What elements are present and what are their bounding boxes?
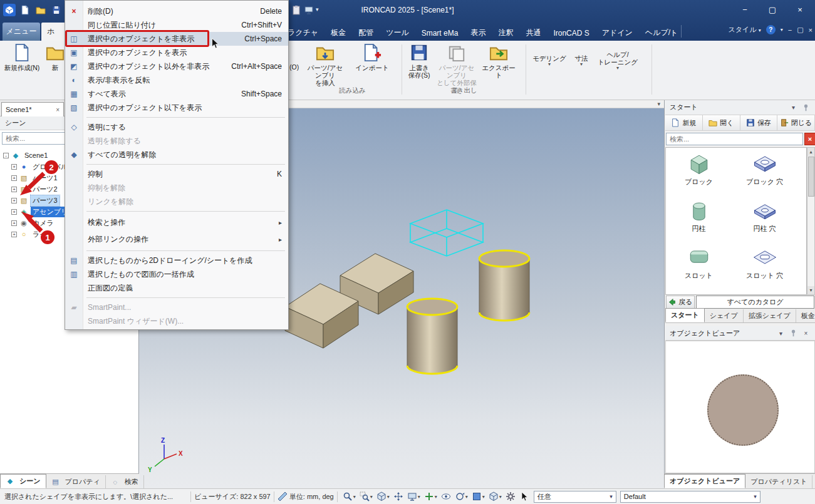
ribbon-tab[interactable]: IronCAD S (547, 25, 595, 41)
catalog-new[interactable]: 新規 (665, 115, 703, 130)
help-icon[interactable]: ? (766, 25, 776, 34)
visibility[interactable] (440, 491, 452, 502)
context-menu-item[interactable]: 削除(D) Delete ▸ (65, 4, 288, 18)
zoom[interactable] (342, 491, 356, 502)
annotation-badges: 2 1 (0, 100, 139, 473)
status-tool-icons (341, 491, 531, 502)
export-button[interactable]: エクスポート (480, 43, 517, 79)
view-cube[interactable] (488, 491, 502, 502)
catalog-tab-sheetmetal[interactable]: 板金 (796, 309, 815, 322)
catalog-tab-advshapes[interactable]: 拡張シェイプ (744, 309, 796, 322)
object-viewer-close-icon[interactable]: × (801, 330, 811, 337)
catalog-item[interactable]: スロット 穴 (732, 242, 797, 289)
view-size-value: 822 x 597 (240, 493, 270, 500)
scroll-down-icon[interactable]: ▾ (807, 286, 814, 294)
tab-scene[interactable]: シーン (0, 474, 46, 488)
dimension-dropdown[interactable]: 寸法▾ (570, 54, 593, 67)
scrollbar-thumb[interactable] (808, 157, 814, 197)
shaded-view[interactable] (471, 491, 485, 502)
settings[interactable] (505, 491, 516, 502)
ribbon-tab[interactable]: 共通 (519, 24, 547, 42)
object-viewer-pin-icon[interactable] (789, 329, 798, 337)
ribbon-collapse-icon[interactable]: ▾ (781, 27, 783, 33)
context-menu-item[interactable]: 選択中のオブジェクトを表示 ▸ (65, 46, 288, 59)
save-icon (410, 43, 428, 62)
open-document-icon (46, 43, 65, 62)
catalog-item[interactable]: 円柱 穴 (732, 195, 797, 242)
tab-properties[interactable]: プロパティ (46, 475, 106, 488)
pointer[interactable] (519, 491, 530, 502)
catalog-caret-icon[interactable]: ▾ (789, 104, 798, 111)
selection-filter-combo[interactable]: 任意 (534, 491, 616, 503)
help-training-dropdown[interactable]: ヘルプ/トレーニング▾ (595, 51, 640, 71)
catalog-panel: スタート ▾ 新規 開く 保存 閉じる × (664, 100, 815, 473)
zoomg-icon (111, 478, 120, 486)
catalog-pin-icon[interactable] (801, 103, 811, 112)
render-style-combo[interactable]: Default (620, 491, 760, 503)
units-value[interactable]: mm, deg (307, 493, 334, 500)
catalog-item[interactable] (666, 289, 732, 295)
insert-part-assembly-button[interactable]: パーツ/アセンブリを挿入 (305, 43, 345, 86)
ribbon-tab[interactable]: ヘルプ/ト (639, 24, 684, 42)
catalog-back-button[interactable]: 戻る (666, 296, 695, 309)
catalog-open[interactable]: 開く (703, 115, 740, 130)
ribbon-tab[interactable]: アドイン (596, 24, 639, 42)
display-mode[interactable] (407, 491, 421, 502)
catalog-header: スタート ▾ (665, 100, 815, 115)
invert-icon (65, 76, 83, 85)
all-catalogs-button[interactable]: すべてのカタログ (696, 296, 814, 309)
context-menu-item[interactable]: すべて表示 Shift+Space ▸ (65, 87, 288, 101)
ribbon-tab[interactable]: 注釈 (492, 24, 519, 42)
catalog-search-input[interactable] (666, 133, 803, 145)
style-menu[interactable]: スタイル ▾ (729, 25, 761, 34)
catalog-item[interactable]: ブロック (666, 148, 732, 195)
object-viewer-caret-icon[interactable]: ▾ (776, 330, 786, 337)
catalog-item[interactable]: 円柱 (666, 195, 732, 242)
doc-minimize-icon[interactable]: − (788, 26, 792, 34)
tab-property-list[interactable]: プロパティリスト (745, 475, 812, 488)
catalog-search-clear-button[interactable]: × (804, 133, 815, 145)
add-view[interactable] (423, 491, 438, 502)
modeling-dropdown[interactable]: モデリング▾ (531, 54, 568, 67)
ribbon-tab[interactable]: ツール (380, 24, 415, 42)
catalog-close[interactable]: 閉じる (777, 115, 815, 130)
doc-close-icon[interactable]: × (809, 26, 812, 34)
hide-others-icon (65, 62, 83, 71)
tab-search[interactable]: 検索 (106, 475, 144, 488)
orbit[interactable] (454, 491, 469, 502)
catalog-save[interactable]: 保存 (740, 115, 778, 130)
catalog-item[interactable]: スロット (666, 242, 732, 289)
annotation-badge-2: 2 (49, 163, 53, 172)
catalog-tab-shapes[interactable]: シェイプ (705, 309, 744, 322)
ribbon-tab[interactable]: Smart eMa (415, 25, 465, 41)
open-document-button[interactable]: 新 (43, 43, 68, 71)
catalog-item[interactable] (732, 289, 797, 295)
ribbon-tab[interactable]: 表示 (464, 24, 492, 42)
catalog-scrollbar[interactable]: ▴ ▾ (807, 147, 815, 295)
view-size-label: ビューサイズ: (194, 492, 238, 501)
maximize-button[interactable]: ▢ (759, 1, 786, 18)
new-document-button[interactable]: 新規作成(N) (4, 43, 40, 71)
status-message: 選択されたシェイプを非表示にします。\選択された... (2, 492, 187, 501)
catalog-tab-start[interactable]: スタート (665, 308, 705, 322)
catalog-button-row: 新規 開く 保存 閉じる (665, 115, 815, 131)
tab-object-viewer[interactable]: オブジェクトビューア (664, 474, 745, 488)
pan[interactable] (393, 491, 404, 502)
right-bottom-tabs: オブジェクトビューアプロパティリスト (664, 473, 815, 488)
zoom-window[interactable] (359, 491, 373, 502)
import-button[interactable]: インポート (355, 43, 390, 71)
scroll-up-icon[interactable]: ▴ (807, 148, 814, 156)
menu-file-tab[interactable]: メニュー (3, 23, 40, 41)
zoom-fit[interactable] (376, 491, 390, 502)
object-viewer-area[interactable] (665, 341, 815, 473)
close-button[interactable]: × (786, 1, 814, 18)
ribbon-tab[interactable]: 配管 (352, 24, 380, 42)
ribbon-tab[interactable]: 板金 (324, 24, 352, 42)
insert-part-icon (316, 43, 335, 62)
minimize-button[interactable]: − (731, 1, 759, 18)
context-menu-item[interactable]: 表示/非表示を反転 ▸ (65, 73, 288, 87)
doc-restore-icon[interactable]: ▢ (797, 26, 803, 34)
overwrite-save-button[interactable]: 上書き保存(S) (404, 43, 434, 79)
catalog-item[interactable]: ブロック 穴 (732, 148, 797, 195)
context-menu-item[interactable]: 選択中のオブジェクト以外を非表示 Ctrl+Alt+Space ▸ (65, 59, 288, 73)
